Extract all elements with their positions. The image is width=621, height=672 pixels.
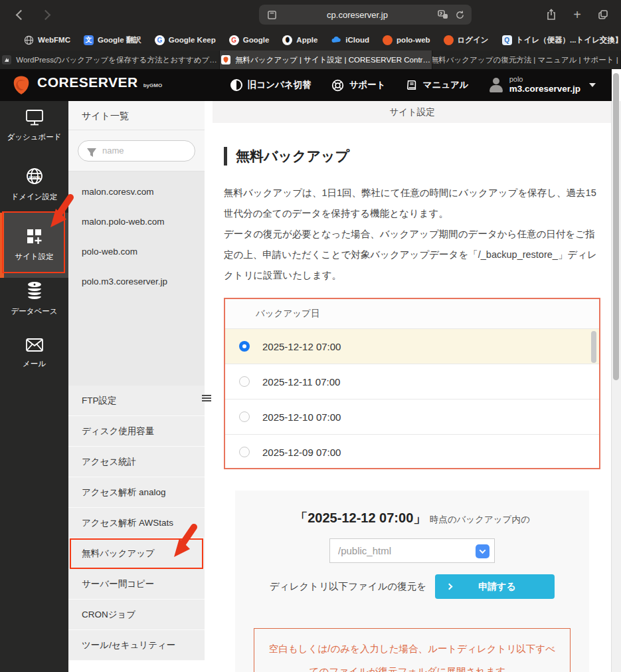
new-tab-icon[interactable]: + bbox=[571, 8, 584, 21]
translate-icon[interactable]: + bbox=[438, 9, 448, 20]
bookmark-item[interactable]: iCloud bbox=[331, 35, 369, 45]
account-menu[interactable]: polo m3.coreserver.jp bbox=[489, 75, 596, 96]
bookmark-item[interactable]: polo-web bbox=[383, 35, 430, 45]
tab-favicon bbox=[2, 55, 11, 64]
bookmark-item[interactable]: Q トイレ（便器）...トイレ交換】 bbox=[502, 35, 621, 45]
backup-row[interactable]: 2025-12-12 07:00 bbox=[225, 328, 599, 364]
back-icon[interactable] bbox=[16, 9, 27, 20]
browser-toolbar: cp.coreserver.jp + + bbox=[0, 0, 621, 29]
brand-suffix: byGMO bbox=[143, 82, 162, 88]
tab-backup-settings[interactable]: 無料バックアップ | サイト設定 | CORESERVER Contr… bbox=[220, 51, 432, 69]
tab-overview-icon[interactable] bbox=[597, 9, 609, 21]
page-description: 無料バックアップは、1日1回、弊社にて任意の時間にバックアップを保存し、過去15… bbox=[224, 183, 600, 286]
database-icon bbox=[25, 280, 44, 300]
tab-strip: WordPressのバックアップを保存する方法とおすすめプ… 無料バックアップ … bbox=[0, 51, 621, 69]
backup-row[interactable]: 2025-12-11 07:00 bbox=[225, 364, 599, 399]
restore-path-select[interactable] bbox=[329, 538, 495, 563]
restore-line-suffix: 時点のバックアップ内の bbox=[430, 514, 530, 524]
site-item[interactable]: polo.m3.coreserver.jp bbox=[68, 267, 205, 296]
reload-icon[interactable] bbox=[455, 10, 465, 20]
sidebar-item-mail[interactable]: メール bbox=[0, 337, 68, 369]
bookmark-item[interactable]: ログイン bbox=[444, 35, 489, 45]
url-text: cp.coreserver.jp bbox=[277, 10, 438, 20]
old-panel-toggle[interactable]: 旧コンパネ切替 bbox=[230, 79, 311, 91]
book-icon bbox=[406, 79, 418, 91]
share-icon[interactable] bbox=[545, 9, 557, 21]
menu-item-access-stats[interactable]: アクセス統計 bbox=[68, 447, 205, 477]
menu-item-server-copy[interactable]: サーバー間コピー bbox=[68, 569, 205, 600]
backup-row[interactable]: 2025-12-10 07:00 bbox=[225, 399, 599, 434]
app-header: CORESERVER byGMO 旧コンパネ切替 サポート マニュアル polo… bbox=[0, 69, 612, 101]
breadcrumb: サイト設定 bbox=[213, 101, 612, 123]
sidebar-item-domain[interactable]: www ドメイン設定 bbox=[0, 166, 68, 202]
table-scrollbar-thumb[interactable] bbox=[591, 331, 596, 363]
radio-unselected[interactable] bbox=[239, 411, 250, 422]
menu-item-ftp[interactable]: FTP設定 bbox=[68, 386, 205, 416]
toilet-site-icon: Q bbox=[502, 35, 512, 45]
svg-text:www: www bbox=[28, 175, 40, 179]
svg-text:+: + bbox=[444, 15, 446, 19]
globe-icon bbox=[24, 35, 34, 45]
site-item[interactable]: malon.coresv.com bbox=[68, 177, 205, 207]
radio-unselected[interactable] bbox=[239, 447, 250, 457]
bookmark-item[interactable]: WebFMC bbox=[24, 35, 70, 45]
backup-date-table: バックアップ日 2025-12-12 07:00 2025-12-11 07:0… bbox=[224, 298, 600, 469]
mail-icon bbox=[25, 337, 44, 353]
lifering-icon bbox=[331, 79, 344, 92]
menu-item-analog[interactable]: アクセス解析 analog bbox=[68, 477, 205, 508]
bookmark-item[interactable]: 文 Google 翻訳 bbox=[84, 35, 141, 45]
radio-selected[interactable] bbox=[239, 341, 250, 352]
bookmark-item[interactable]: G Google bbox=[229, 35, 270, 45]
page-settings-icon[interactable] bbox=[267, 10, 277, 20]
manual-link[interactable]: マニュアル bbox=[406, 79, 469, 91]
brand-name: CORESERVER bbox=[37, 74, 138, 90]
sidebar-item-site-settings[interactable]: サイト設定 bbox=[0, 213, 68, 278]
forward-icon[interactable] bbox=[41, 9, 51, 20]
panel-resize-grip[interactable] bbox=[202, 395, 211, 403]
select-chevron-icon[interactable] bbox=[476, 544, 489, 558]
account-name: polo bbox=[509, 75, 580, 84]
tab-wordpress-article[interactable]: WordPressのバックアップを保存する方法とおすすめプ… bbox=[0, 51, 220, 69]
site-item[interactable]: polo-web.com bbox=[68, 237, 205, 267]
menu-item-free-backup[interactable]: 無料バックアップ bbox=[68, 538, 205, 569]
bookmarks-bar: WebFMC 文 Google 翻訳 G Google Keep G Googl… bbox=[0, 29, 621, 51]
icloud-icon bbox=[331, 35, 341, 45]
site-settings-panel: サイト一覧 malon.coresv.com malon.polo-web.co… bbox=[68, 101, 213, 672]
main-content: サイト設定 無料バックアップ 無料バックアップは、1日1回、弊社にて任意の時間に… bbox=[213, 101, 612, 672]
account-server: m3.coreserver.jp bbox=[509, 84, 580, 95]
address-bar[interactable]: cp.coreserver.jp + bbox=[259, 5, 472, 25]
google-keep-icon: G bbox=[155, 35, 165, 45]
restore-path-input[interactable] bbox=[330, 539, 494, 562]
sidebar-item-database[interactable]: データベース bbox=[0, 280, 68, 316]
www-globe-icon: www bbox=[25, 166, 44, 186]
description-paragraph: 無料バックアップは、1日1回、弊社にて任意の時間にバックアップを保存し、過去15… bbox=[224, 183, 600, 224]
selected-backup-date: 「2025-12-12 07:00」 bbox=[294, 510, 426, 525]
site-list: malon.coresv.com malon.polo-web.com polo… bbox=[68, 171, 205, 386]
radio-unselected[interactable] bbox=[239, 376, 250, 387]
support-link[interactable]: サポート bbox=[331, 79, 386, 92]
menu-item-tools-security[interactable]: ツール/セキュリティー bbox=[68, 630, 205, 661]
bookmark-item[interactable]: ⬮ Apple bbox=[282, 35, 317, 45]
menu-item-awstats[interactable]: アクセス解析 AWStats bbox=[68, 508, 205, 538]
monitor-icon bbox=[25, 109, 44, 126]
sidebar-item-dashboard[interactable]: ダッシュボード bbox=[0, 109, 68, 142]
user-avatar-icon bbox=[489, 78, 503, 92]
menu-item-disk-usage[interactable]: ディスク使用容量 bbox=[68, 416, 205, 447]
toggle-icon bbox=[230, 79, 242, 91]
menu-item-cron[interactable]: CRONジョブ bbox=[68, 600, 205, 630]
page-title: 無料バックアップ bbox=[224, 147, 600, 166]
table-header-backup-date: バックアップ日 bbox=[225, 299, 599, 328]
tab-restore-manual[interactable]: 無料バックアップの復元方法 | マニュアル | サポート | レ… bbox=[432, 51, 621, 69]
apple-icon: ⬮ bbox=[282, 35, 292, 45]
coreserver-logo[interactable]: CORESERVER byGMO bbox=[11, 74, 162, 96]
page-scrollbar-thumb[interactable] bbox=[613, 73, 619, 380]
chevron-down-icon bbox=[589, 83, 596, 87]
restore-section: 「2025-12-12 07:00」 時点のバックアップ内の ディレクトリ以下フ… bbox=[235, 491, 589, 672]
backup-row[interactable]: 2025-12-09 07:00 bbox=[225, 434, 599, 469]
apply-button[interactable]: 申請する bbox=[435, 574, 555, 599]
site-list-title: サイト一覧 bbox=[68, 101, 205, 130]
bookmark-item[interactable]: G Google Keep bbox=[155, 35, 216, 45]
site-tools-menu: FTP設定 ディスク使用容量 アクセス統計 アクセス解析 analog アクセス… bbox=[68, 386, 205, 661]
site-item[interactable]: malon.polo-web.com bbox=[68, 207, 205, 237]
restore-warning-box: 空白もしくは/のみを入力した場合、ルートディレクトリ以下すべてのファイルが復元フ… bbox=[254, 628, 571, 672]
